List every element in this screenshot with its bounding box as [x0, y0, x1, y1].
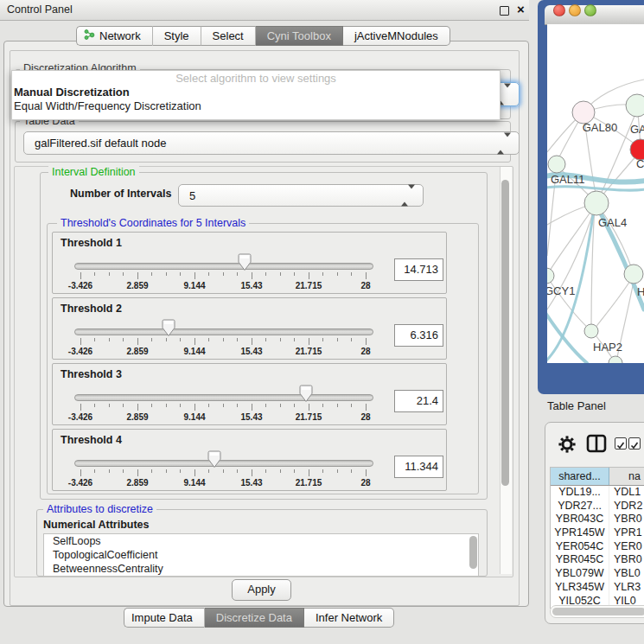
slider-tick — [237, 469, 238, 473]
threshold-value-field[interactable]: 21.4 — [394, 390, 443, 412]
slider-handle[interactable] — [162, 319, 175, 337]
tab-discretize-data[interactable]: Discretize Data — [205, 608, 304, 628]
column-header-name[interactable]: na — [609, 468, 644, 485]
close-icon[interactable]: × — [517, 2, 525, 16]
threshold-slider[interactable]: -3.4262.8599.14415.4321.71528 — [74, 233, 372, 293]
table-row[interactable]: YDL19...YDL1 — [551, 486, 644, 500]
threshold-panel: Threshold 1-3.4262.8599.14415.4321.71528… — [52, 232, 447, 294]
split-columns-icon[interactable] — [586, 434, 607, 456]
slider-tick — [194, 404, 195, 411]
table-row[interactable]: YBL079WYBL0 — [551, 567, 644, 581]
attribute-list-item[interactable]: BetweennessCentrality — [44, 562, 478, 576]
slider-handle[interactable] — [207, 450, 221, 469]
checkbox-icon[interactable] — [628, 437, 641, 450]
tab-jactivemnodules[interactable]: jActiveMNodules — [343, 26, 450, 46]
table-cell-name: YLR3 — [609, 581, 644, 595]
slider-track[interactable] — [74, 394, 373, 401]
slider-tick — [322, 404, 323, 407]
number-of-intervals-combobox[interactable]: 5 — [178, 184, 424, 207]
minimize-traffic-light[interactable] — [569, 4, 581, 16]
slider-handle[interactable] — [238, 253, 252, 271]
attribute-list-item[interactable]: SelfLoops — [44, 534, 478, 548]
slider-tick-label: 2.859 — [118, 281, 156, 290]
network-node[interactable] — [624, 265, 643, 284]
table-row[interactable]: YBR045CYBR0 — [551, 553, 644, 567]
slider-tick — [223, 469, 224, 473]
table-row[interactable]: YBR043CYBR0 — [551, 513, 644, 526]
table-rows: YDL19...YDL1YDR27...YDR2YBR043CYBR0YPR14… — [551, 486, 644, 609]
network-node[interactable] — [626, 94, 644, 117]
slider-tick — [123, 338, 124, 341]
threshold-slider[interactable]: -3.4262.8599.14415.4321.71528 — [74, 298, 372, 359]
slider-tick — [208, 469, 209, 473]
vertical-scrollbar-thumb[interactable] — [501, 180, 509, 486]
tab-style[interactable]: Style — [153, 26, 201, 46]
network-node-label: C — [636, 157, 644, 170]
algorithm-option-manual[interactable]: Manual Discretization — [12, 86, 500, 99]
table-data-combobox[interactable]: galFiltered.sif default node — [23, 131, 520, 155]
table-row[interactable]: YPR145WYPR1 — [551, 526, 644, 540]
slider-track[interactable] — [74, 263, 373, 270]
slider-tick-label: 2.859 — [118, 347, 156, 356]
slider-tick — [309, 469, 309, 476]
slider-tick — [180, 469, 181, 473]
threshold-slider[interactable]: -3.4262.8599.14415.4321.71528 — [74, 430, 372, 490]
numerical-attributes-list[interactable]: SelfLoopsTopologicalCoefficientBetweenne… — [43, 533, 479, 577]
attributes-scrollbar-thumb[interactable] — [469, 536, 477, 569]
table-cell-shared-name: YER054C — [551, 540, 609, 554]
float-window-icon[interactable] — [500, 6, 509, 16]
zoom-traffic-light[interactable] — [584, 4, 596, 16]
network-node[interactable] — [609, 356, 622, 363]
tab-infer-network[interactable]: Infer Network — [304, 608, 394, 628]
tab-cyni-toolbox[interactable]: Cyni Toolbox — [256, 26, 343, 46]
slider-tick-label: 28 — [347, 478, 385, 488]
network-node[interactable] — [547, 268, 554, 284]
threshold-slider[interactable]: -3.4262.8599.14415.4321.71528 — [74, 364, 372, 424]
slider-tick — [309, 272, 309, 279]
network-node-label: H — [637, 285, 644, 298]
gear-icon[interactable] — [558, 435, 577, 457]
slider-tick-label: 9.144 — [175, 412, 214, 422]
threshold-value-field[interactable]: 11.344 — [394, 456, 443, 478]
table-cell-shared-name: YBR043C — [551, 513, 609, 526]
slider-tick-label: 28 — [347, 412, 385, 422]
apply-button[interactable]: Apply — [232, 579, 291, 601]
close-traffic-light[interactable] — [553, 4, 565, 16]
table-row[interactable]: YLR345WYLR3 — [551, 581, 644, 595]
network-node[interactable] — [584, 324, 598, 338]
slider-tick — [151, 338, 152, 341]
slider-tick — [280, 469, 281, 473]
table-row[interactable]: YER054CYER0 — [551, 540, 644, 554]
tab-select[interactable]: Select — [201, 26, 256, 46]
slider-tick — [109, 469, 110, 473]
network-node[interactable] — [548, 156, 565, 173]
checkbox-icon[interactable] — [615, 437, 627, 450]
slider-tick — [80, 404, 81, 411]
algorithm-option-equal-width[interactable]: Equal Width/Frequency Discretization — [12, 99, 500, 113]
combo-stepper-icon — [497, 137, 511, 150]
horizontal-scrollbar[interactable] — [550, 605, 644, 618]
table-panel-title: Table Panel — [547, 399, 606, 412]
slider-track[interactable] — [74, 460, 373, 467]
horizontal-scrollbar-thumb[interactable] — [552, 608, 644, 615]
node-table: shared... na YDL19...YDL1YDR27...YDR2YBR… — [550, 467, 644, 609]
tab-impute-data[interactable]: Impute Data — [124, 608, 205, 628]
slider-tick — [252, 469, 252, 476]
slider-track[interactable] — [74, 328, 373, 335]
network-canvas[interactable]: GAL80GACGAL11GAL4GCY1HHAP2 — [547, 24, 644, 363]
threshold-value-field[interactable]: 14.713 — [394, 258, 443, 281]
tab-network[interactable]: Network — [76, 26, 153, 46]
slider-tick-label: 9.144 — [175, 281, 214, 290]
slider-tick — [137, 272, 138, 279]
attribute-list-item[interactable]: TopologicalCoefficient — [44, 548, 478, 562]
slider-handle[interactable] — [299, 385, 313, 403]
threshold-value-field[interactable]: 6.316 — [394, 324, 443, 347]
slider-tick — [180, 338, 181, 341]
column-header-shared-name[interactable]: shared... — [551, 468, 609, 485]
slider-tick — [337, 272, 338, 276]
table-row[interactable]: YDR27...YDR2 — [551, 500, 644, 513]
algorithm-placeholder-option[interactable]: Select algorithm to view settings — [12, 71, 500, 86]
slider-tick — [137, 338, 138, 345]
slider-tick — [265, 272, 266, 276]
network-node[interactable] — [584, 191, 609, 215]
